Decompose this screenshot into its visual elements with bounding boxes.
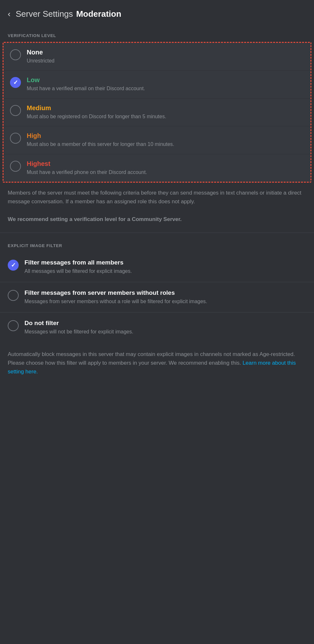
option-text-low: Low Must have a verified email on their … (27, 76, 304, 92)
explicit-section-label: EXPLICIT IMAGE FILTER (0, 235, 314, 252)
radio-high[interactable] (10, 133, 21, 144)
verification-section-label: VERIFICATION LEVEL (0, 25, 314, 42)
radio-filter-all[interactable] (8, 260, 19, 271)
verification-option-high[interactable]: High Must also be a member of this serve… (4, 126, 310, 154)
filter-desc-all: All messages will be filtered for explic… (24, 268, 306, 275)
explicit-bottom-note: Automatically block messages in this ser… (0, 343, 314, 386)
option-desc-none: Unrestricted (27, 57, 304, 64)
radio-low[interactable] (10, 77, 21, 88)
radio-medium[interactable] (10, 105, 21, 116)
verification-note: Members of the server must meet the foll… (0, 183, 314, 233)
option-text-none: None Unrestricted (27, 49, 304, 64)
verification-note-text: Members of the server must meet the foll… (8, 190, 301, 205)
option-desc-low: Must have a verified email on their Disc… (27, 85, 304, 92)
filter-text-all: Filter messages from all members All mes… (24, 259, 306, 275)
verification-option-none[interactable]: None Unrestricted (4, 43, 310, 70)
filter-text-no-roles: Filter messages from server members with… (24, 289, 306, 305)
verification-option-highest[interactable]: Highest Must have a verified phone on th… (4, 154, 310, 182)
option-title-medium: Medium (27, 104, 304, 112)
filter-option-none[interactable]: Do not filter Messages will not be filte… (0, 312, 314, 342)
option-title-highest: Highest (27, 160, 304, 168)
option-text-high: High Must also be a member of this serve… (27, 132, 304, 148)
filter-desc-none: Messages will not be filtered for explic… (24, 328, 306, 335)
option-desc-high: Must also be a member of this server for… (27, 141, 304, 148)
option-title-high: High (27, 132, 304, 139)
verification-option-medium[interactable]: Medium Must also be registered on Discor… (4, 98, 310, 126)
header: ‹ Server Settings Moderation (0, 0, 314, 25)
explicit-section: EXPLICIT IMAGE FILTER Filter messages fr… (0, 233, 314, 386)
filter-desc-no-roles: Messages from server members without a r… (24, 298, 306, 305)
radio-filter-none[interactable] (8, 320, 19, 331)
page-title: Moderation (76, 9, 121, 19)
filter-text-none: Do not filter Messages will not be filte… (24, 320, 306, 335)
header-text: Server Settings Moderation (16, 9, 121, 19)
filter-option-all[interactable]: Filter messages from all members All mes… (0, 252, 314, 282)
server-settings-label: Server Settings (16, 9, 73, 19)
filter-title-none: Do not filter (24, 320, 306, 327)
option-text-medium: Medium Must also be registered on Discor… (27, 104, 304, 120)
radio-none[interactable] (10, 49, 21, 60)
radio-highest[interactable] (10, 161, 21, 172)
option-desc-medium: Must also be registered on Discord for l… (27, 113, 304, 120)
option-title-low: Low (27, 76, 304, 84)
filter-option-no-roles[interactable]: Filter messages from server members with… (0, 282, 314, 312)
verification-option-low[interactable]: Low Must have a verified email on their … (4, 70, 310, 98)
filter-title-all: Filter messages from all members (24, 259, 306, 266)
verification-recommendation: We recommend setting a verification leve… (8, 216, 182, 222)
option-text-highest: Highest Must have a verified phone on th… (27, 160, 304, 176)
back-button[interactable]: ‹ (8, 9, 11, 19)
option-desc-highest: Must have a verified phone on their Disc… (27, 169, 304, 176)
verification-options-box: None Unrestricted Low Must have a verifi… (3, 42, 311, 183)
filter-title-no-roles: Filter messages from server members with… (24, 289, 306, 296)
option-title-none: None (27, 49, 304, 56)
radio-filter-no-roles[interactable] (8, 290, 19, 301)
